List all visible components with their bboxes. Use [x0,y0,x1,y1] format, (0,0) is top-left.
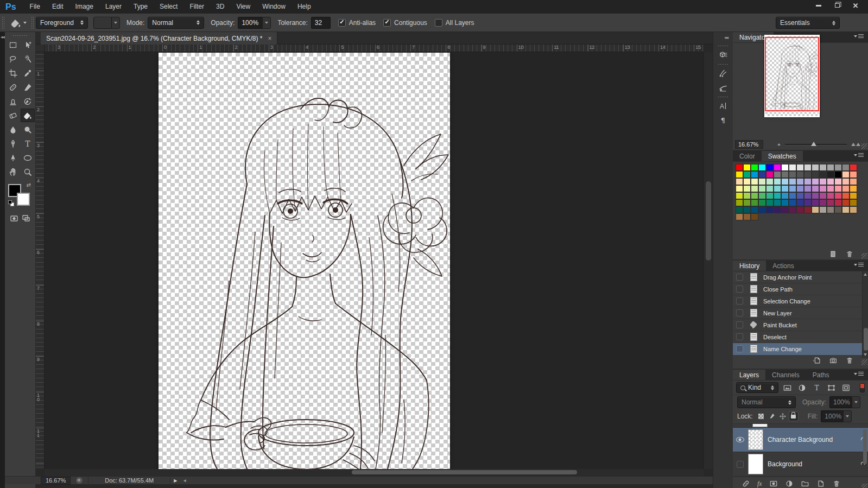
lock-transparency-button[interactable] [756,411,766,421]
default-colors-icon[interactable] [8,200,15,207]
character-panel-icon[interactable]: A [716,99,730,112]
pattern-picker-arrow[interactable] [111,17,120,29]
color-swatch[interactable] [789,171,796,178]
navigator-zoom-slider[interactable] [785,144,847,145]
color-swatch[interactable] [850,178,857,185]
scroll-up-icon[interactable] [864,273,867,276]
color-swatch[interactable] [736,178,743,185]
healing-brush-tool[interactable] [6,80,20,94]
color-swatch[interactable] [766,206,774,213]
panel-menu-icon[interactable] [854,34,865,38]
left-ruler[interactable]: 1234567891011 [36,52,45,469]
color-swatch[interactable] [743,185,751,192]
filter-smart-objects-icon[interactable] [840,382,852,393]
opacity-input[interactable]: 100% [238,17,263,29]
color-swatch[interactable] [789,199,796,206]
horizontal-scroll-thumb[interactable] [352,470,577,474]
option-checkbox-row[interactable]: ✓ All Layers [435,19,474,27]
panel-resize-grip[interactable] [861,484,867,488]
color-swatch[interactable] [751,213,758,220]
color-swatch[interactable] [781,178,789,185]
color-swatch[interactable] [834,178,842,185]
color-swatch[interactable] [766,171,774,178]
color-swatch[interactable] [842,185,850,192]
color-swatch[interactable] [834,164,842,171]
horizontal-scrollbar[interactable] [45,469,704,476]
color-swatch[interactable] [774,199,781,206]
color-swatch[interactable] [804,178,812,185]
color-swatch[interactable] [819,199,827,206]
expand-panels-icon[interactable]: ◂◂ [724,35,728,40]
lock-all-button[interactable] [789,411,799,421]
new-document-from-state-button[interactable] [813,356,821,365]
navigator-thumbnail[interactable] [764,35,820,117]
color-swatch[interactable] [758,178,766,185]
panel-menu-icon[interactable] [854,372,865,376]
eyedropper-tool[interactable] [21,66,35,80]
color-swatch[interactable] [758,171,766,178]
vertical-scroll-thumb[interactable] [706,181,711,261]
dodge-tool[interactable] [21,123,35,136]
tools-grip[interactable] [12,35,28,37]
color-swatch[interactable] [796,185,804,192]
color-swatch[interactable] [812,206,819,213]
color-swatch[interactable] [850,206,857,213]
checkbox[interactable]: ✓ [338,19,346,27]
menu-item[interactable]: Select [154,0,183,14]
color-swatch[interactable] [774,185,781,192]
color-swatch[interactable] [819,178,827,185]
ruler-origin[interactable] [36,45,45,52]
path-selection-tool[interactable] [6,151,20,164]
color-swatch[interactable] [781,164,789,171]
status-zoom-field[interactable]: 16.67% [41,477,71,485]
new-adjustment-layer-button[interactable] [785,479,794,488]
menu-item[interactable]: Type [128,0,154,14]
color-swatch[interactable] [827,171,834,178]
menu-item[interactable]: Layer [99,0,128,14]
hand-tool[interactable] [6,165,20,179]
history-scrollbar[interactable] [862,271,868,358]
color-swatch[interactable] [736,164,743,171]
status-menu-arrow-icon[interactable]: ▶ [174,478,177,483]
paint-bucket-tool[interactable] [21,109,35,122]
quick-mask-button[interactable] [9,213,19,225]
color-swatch[interactable] [743,199,751,206]
color-swatch[interactable] [827,178,834,185]
zoom-out-icon[interactable] [777,143,781,145]
color-swatch[interactable] [796,206,804,213]
layer-visibility-toggle[interactable] [733,461,747,468]
history-state-row[interactable]: New Layer [733,307,868,319]
color-swatch[interactable] [796,192,804,199]
color-swatch[interactable] [812,164,819,171]
layers-scroll-thumb[interactable] [863,429,867,464]
new-swatch-button[interactable] [829,250,838,258]
layer-opacity-arrow[interactable] [852,396,860,408]
color-swatch[interactable] [743,178,751,185]
top-ruler[interactable]: 3210123456789101112131415 [45,45,704,52]
color-swatch[interactable] [819,206,827,213]
menu-item[interactable]: Filter [183,0,210,14]
color-swatch[interactable] [834,192,842,199]
scroll-left-arrow-icon[interactable]: ◄ [182,478,187,483]
color-swatch[interactable] [743,213,751,220]
color-swatch[interactable] [758,199,766,206]
color-swatch[interactable] [781,192,789,199]
layer-filter-toggle[interactable] [860,383,865,392]
screen-mode-button[interactable] [21,213,31,225]
layer-name[interactable]: Character Background [768,436,860,443]
blur-tool[interactable] [6,123,20,136]
menu-item[interactable]: 3D [210,0,230,14]
color-swatch[interactable] [827,192,834,199]
color-swatch[interactable] [812,171,819,178]
color-swatch[interactable] [789,185,796,192]
navigator-zoom-field[interactable]: 16.67% [735,140,763,149]
menu-item[interactable]: Help [292,0,317,14]
color-swatch[interactable] [781,171,789,178]
color-swatch[interactable] [827,199,834,206]
color-swatch[interactable] [812,185,819,192]
zoom-tool[interactable] [21,165,35,179]
color-swatch[interactable] [781,185,789,192]
history-source-checkbox[interactable] [736,345,743,352]
lock-pixels-button[interactable] [767,411,777,421]
color-swatch[interactable] [796,178,804,185]
